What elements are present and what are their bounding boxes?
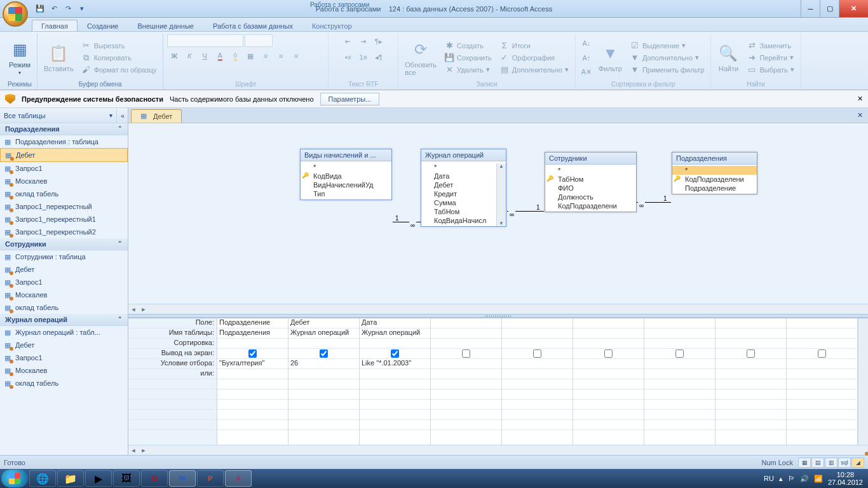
criteria-cell[interactable]: [431, 359, 501, 369]
select-button[interactable]: ▭Выбрать ▾: [744, 64, 796, 76]
task-opera[interactable]: O: [141, 470, 168, 487]
redo-icon[interactable]: ↷: [62, 3, 74, 15]
criteria-cell[interactable]: [502, 359, 573, 369]
show-checkbox[interactable]: [462, 349, 470, 358]
nav-item[interactable]: Дебет: [0, 339, 128, 351]
nav-item[interactable]: Сотрудники : таблица: [0, 250, 128, 263]
undo-icon[interactable]: ↶: [48, 3, 60, 15]
table-title[interactable]: Журнал операций: [421, 149, 506, 161]
selection-button[interactable]: ☑Выделение ▾: [627, 40, 707, 51]
show-cell[interactable]: [644, 349, 715, 359]
totals-button[interactable]: ΣИтоги: [497, 40, 571, 51]
align-center-button[interactable]: ≡: [274, 49, 288, 63]
field-cell[interactable]: Дата: [360, 318, 430, 329]
table-cell[interactable]: [431, 329, 501, 339]
rtl-button[interactable]: ◂¶: [372, 50, 386, 64]
nav-group-header[interactable]: Подразделения⌃: [0, 123, 128, 135]
table-cell[interactable]: Подразделения: [217, 329, 288, 339]
nav-item[interactable]: Дебет: [0, 148, 128, 162]
task-access[interactable]: A: [225, 470, 252, 487]
nav-item[interactable]: Запрос1: [0, 351, 128, 364]
font-combo[interactable]: [167, 34, 243, 47]
show-cell[interactable]: [715, 349, 786, 359]
field-cell[interactable]: [573, 318, 644, 329]
task-powerpoint[interactable]: P: [197, 470, 224, 487]
field-item[interactable]: КодПодразделени: [545, 201, 636, 210]
lang-indicator[interactable]: RU: [764, 475, 774, 482]
bold-button[interactable]: Ж: [167, 49, 181, 63]
sort-cell[interactable]: [217, 339, 288, 349]
sql-view-button[interactable]: sql: [838, 458, 851, 468]
table-box[interactable]: Журнал операций*ДатаДебетКредитСуммаТабН…: [421, 149, 506, 227]
table-title[interactable]: Сотрудники: [545, 152, 636, 165]
field-item[interactable]: Тип: [301, 189, 391, 198]
nav-item[interactable]: Дебет: [0, 263, 128, 276]
new-record-button[interactable]: ✱Создать: [442, 40, 494, 51]
view-button[interactable]: ▦ Режим ▾: [6, 38, 33, 77]
nav-item[interactable]: Запрос1_перекрестный: [0, 200, 128, 213]
table-cell[interactable]: [573, 329, 644, 339]
task-media[interactable]: ▶: [85, 470, 112, 487]
save-icon[interactable]: 💾: [34, 3, 46, 15]
field-item[interactable]: Должность: [545, 193, 636, 201]
or-cell[interactable]: [573, 369, 644, 379]
diagram-hscroll[interactable]: ◄►: [128, 304, 868, 314]
sort-cell[interactable]: [288, 339, 359, 349]
format-painter-button[interactable]: 🖌Формат по образцу: [79, 64, 159, 76]
criteria-cell[interactable]: [715, 359, 786, 369]
table-cell[interactable]: [715, 329, 786, 339]
nav-group-header[interactable]: Сотрудники⌃: [0, 238, 128, 250]
close-document-button[interactable]: ✕: [855, 111, 864, 119]
tab-design[interactable]: Конструктор: [302, 20, 362, 31]
font-color-button[interactable]: А: [213, 49, 227, 63]
close-security-button[interactable]: ✕: [857, 95, 863, 103]
nav-item[interactable]: Москалев: [0, 288, 128, 301]
criteria-cell[interactable]: 26: [288, 359, 359, 369]
nav-header[interactable]: Все таблицы▾: [0, 108, 116, 123]
security-options-button[interactable]: Параметры...: [320, 93, 380, 105]
paste-button[interactable]: 📋 Вставить: [41, 42, 76, 74]
italic-button[interactable]: К: [182, 49, 196, 63]
show-cell[interactable]: [217, 349, 288, 359]
field-item[interactable]: *: [545, 166, 636, 175]
show-checkbox[interactable]: [818, 349, 826, 358]
grid-hscroll[interactable]: ◄►: [128, 445, 868, 455]
pivot-view-button[interactable]: ▤: [811, 458, 824, 468]
relationships-diagram[interactable]: 1 ∞ ∞ 1 ∞ 1 Виды начислений и ...*КодВид…: [128, 123, 868, 304]
show-checkbox[interactable]: [320, 349, 328, 358]
tab-database-tools[interactable]: Работа с базами данных: [203, 20, 302, 31]
gridlines-button[interactable]: ▦: [243, 49, 257, 63]
field-item[interactable]: Дата: [421, 172, 506, 180]
minimize-button[interactable]: ─: [801, 0, 820, 17]
office-button[interactable]: [3, 1, 28, 27]
field-item[interactable]: Подразделение: [672, 184, 757, 193]
clock[interactable]: 10:2827.04.2012: [828, 471, 863, 486]
filter-button[interactable]: ▼ Фильтр: [596, 42, 625, 74]
scrollbar[interactable]: ▲▼: [496, 163, 506, 226]
datasheet-view-button[interactable]: ▦: [798, 458, 811, 468]
task-explorer[interactable]: 🌐: [29, 470, 56, 487]
show-cell[interactable]: [573, 349, 644, 359]
advanced-filter-button[interactable]: ▼Дополнительно ▾: [627, 52, 707, 64]
grid-column[interactable]: Подразделение Подразделения "Бухгалтерия…: [217, 318, 288, 445]
font-size-combo[interactable]: [245, 34, 273, 47]
design-view-button[interactable]: ◢: [851, 458, 864, 468]
nav-item[interactable]: оклад табель: [0, 187, 128, 200]
criteria-cell[interactable]: Like "*.01.2003": [360, 359, 430, 369]
field-item[interactable]: *: [672, 166, 757, 175]
chart-view-button[interactable]: ▥: [825, 458, 837, 468]
field-item[interactable]: Дебет: [421, 180, 506, 189]
spelling-button[interactable]: ✓Орфография: [497, 52, 571, 64]
find-button[interactable]: 🔍 Найти: [715, 42, 742, 74]
nav-item[interactable]: Подразделения : таблица: [0, 135, 128, 148]
or-cell[interactable]: [715, 369, 786, 379]
grid-column[interactable]: Дебет Журнал операций 26: [288, 318, 360, 445]
field-cell[interactable]: [431, 318, 501, 329]
field-cell[interactable]: [787, 318, 857, 329]
field-cell[interactable]: [502, 318, 573, 329]
field-cell[interactable]: [715, 318, 786, 329]
nav-item[interactable]: Запрос1_перекрестный1: [0, 213, 128, 226]
show-cell[interactable]: [288, 349, 359, 359]
field-item[interactable]: КодПодразделени: [672, 175, 757, 184]
field-item[interactable]: *: [421, 163, 506, 172]
